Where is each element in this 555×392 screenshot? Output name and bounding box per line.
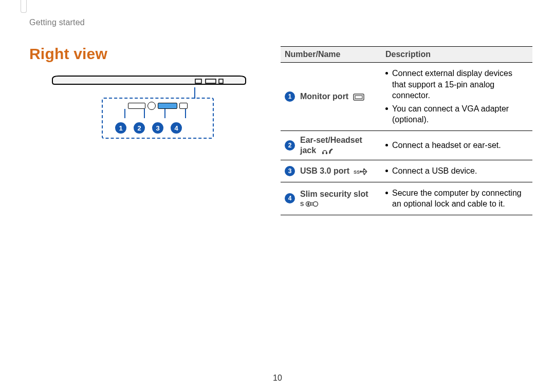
svg-rect-5	[322, 152, 324, 154]
security-slot-icon: S	[300, 200, 368, 208]
page-tab-decoration	[21, 0, 27, 13]
callout-leaders	[103, 109, 213, 119]
section-label: Getting started	[29, 18, 85, 27]
laptop-side-icon	[51, 72, 247, 88]
svg-rect-6	[326, 152, 327, 154]
row-1-bullet-2: You can connect a VGA adapter (optional)…	[392, 103, 528, 125]
row-badge-3: 3	[285, 166, 295, 176]
row-badge-1: 1	[285, 91, 295, 102]
bullet-icon	[385, 72, 388, 74]
row-badge-4: 4	[285, 193, 295, 203]
row-2-bullet-1: Connect a headset or ear-set.	[392, 140, 501, 151]
callout-badge-4: 4	[171, 122, 182, 134]
row-name-3: USB 3.0 port	[300, 166, 349, 175]
callout-badge-1: 1	[115, 122, 126, 134]
page-number: 10	[0, 374, 555, 383]
svg-text:S: S	[300, 201, 304, 207]
table-row: 2 Ear-set/Headset jack	[281, 130, 532, 160]
row-name-1: Monitor port	[300, 92, 348, 101]
col-header-desc: Description	[381, 47, 532, 63]
callout-badge-2: 2	[134, 122, 145, 134]
specs-table: Number/Name Description 1 Monitor port	[281, 46, 532, 215]
svg-point-13	[313, 202, 318, 207]
row-3-bullet-1: Connect a USB device.	[392, 165, 477, 177]
table-row: 3 USB 3.0 port SS	[281, 160, 532, 182]
page: Getting started Right view 1 2	[0, 0, 555, 392]
col-header-name: Number/Name	[281, 47, 381, 63]
row-name-4: Slim security slot	[300, 189, 368, 199]
right-view-illustration: 1 2 3 4	[51, 72, 247, 149]
row-1-bullet-1: Connect external display devices that su…	[392, 68, 528, 101]
svg-rect-4	[355, 96, 362, 99]
row-badge-2: 2	[285, 140, 295, 151]
bullet-icon	[385, 170, 388, 172]
svg-rect-14	[308, 202, 309, 206]
usb-ss-icon: SS	[354, 168, 369, 175]
row-4-bullet-1: Secure the computer by connecting an opt…	[392, 188, 528, 210]
callout-zoom-box: 1 2 3 4	[102, 98, 214, 139]
table-row: 4 Slim security slot S	[281, 182, 532, 215]
table-row: 1 Monitor port	[281, 63, 532, 131]
lock-slot-shape-icon	[179, 103, 188, 109]
bullet-icon	[385, 144, 388, 146]
bullet-icon	[385, 192, 388, 194]
page-heading: Right view	[29, 45, 107, 63]
monitor-port-shape-icon	[128, 103, 145, 109]
svg-rect-9	[363, 169, 365, 170]
bullet-icon	[385, 107, 388, 110]
monitor-port-icon	[353, 94, 364, 101]
svg-point-8	[360, 171, 362, 173]
ports-row-icon	[103, 99, 213, 110]
headset-jack-icon	[321, 147, 334, 155]
usb-port-shape-icon	[158, 103, 177, 109]
callout-numbers-row: 1 2 3 4	[115, 122, 182, 134]
callout-leader-main	[194, 87, 195, 99]
svg-point-10	[364, 173, 365, 175]
svg-text:SS: SS	[354, 170, 360, 175]
callout-badge-3: 3	[152, 122, 163, 134]
